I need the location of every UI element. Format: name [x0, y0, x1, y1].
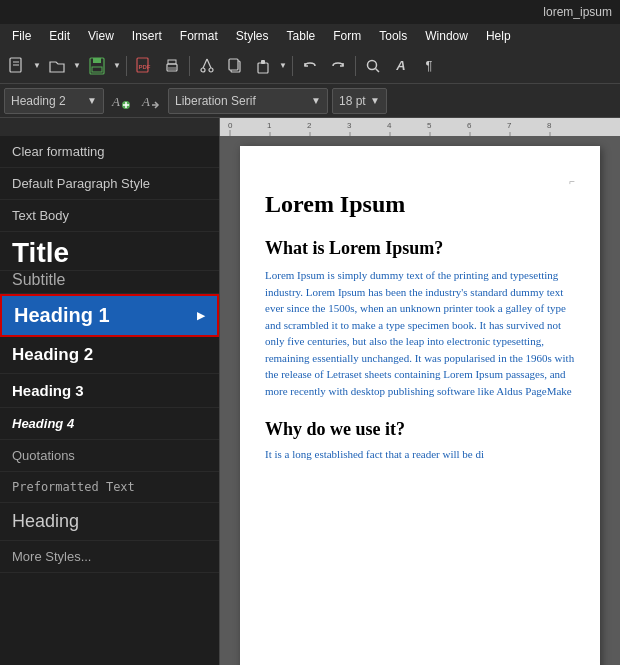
- title-bar: lorem_ipsum: [0, 0, 620, 24]
- document-area[interactable]: ⌐ Lorem Ipsum What is Lorem Ipsum? Lorem…: [220, 136, 620, 665]
- window-title: lorem_ipsum: [543, 5, 612, 19]
- undo-button[interactable]: [297, 53, 323, 79]
- svg-rect-10: [168, 67, 176, 70]
- toolbar-sep-1: [126, 56, 127, 76]
- main-toolbar: ▼ ▼ ▼ PDF ▼ A ¶: [0, 48, 620, 84]
- svg-point-11: [201, 68, 205, 72]
- document-title: Lorem Ipsum: [265, 191, 575, 218]
- cut-button[interactable]: [194, 53, 220, 79]
- style-item-more-styles[interactable]: More Styles...: [0, 541, 219, 573]
- menu-tools[interactable]: Tools: [371, 27, 415, 45]
- style-item-h3[interactable]: Heading 3: [0, 374, 219, 408]
- document-page: ⌐ Lorem Ipsum What is Lorem Ipsum? Lorem…: [240, 146, 600, 665]
- menu-window[interactable]: Window: [417, 27, 476, 45]
- style-item-subtitle[interactable]: Subtitle: [0, 271, 219, 294]
- svg-rect-17: [258, 63, 268, 73]
- style-selector[interactable]: Heading 2 ▼: [4, 88, 104, 114]
- page-break-marker: ⌐: [265, 176, 575, 187]
- ruler-left-space: [0, 118, 220, 136]
- svg-text:4: 4: [387, 121, 392, 130]
- toolbar-sep-3: [292, 56, 293, 76]
- open-dropdown-button[interactable]: ▼: [72, 53, 82, 79]
- svg-text:7: 7: [507, 121, 512, 130]
- svg-point-19: [368, 60, 377, 69]
- menu-styles[interactable]: Styles: [228, 27, 277, 45]
- new-dropdown-button[interactable]: ▼: [32, 53, 42, 79]
- svg-rect-5: [92, 67, 102, 72]
- section1-heading: What is Lorem Ipsum?: [265, 238, 575, 259]
- ruler-row: 0 1 2 3 4 5 6 7 8: [0, 118, 620, 136]
- style-label: Heading 2: [11, 94, 66, 108]
- svg-text:A: A: [141, 94, 150, 109]
- open-button[interactable]: [44, 53, 70, 79]
- menu-form[interactable]: Form: [325, 27, 369, 45]
- svg-text:8: 8: [547, 121, 552, 130]
- paste-dropdown-button[interactable]: ▼: [278, 53, 288, 79]
- svg-text:PDF: PDF: [139, 64, 151, 70]
- ruler: 0 1 2 3 4 5 6 7 8: [220, 118, 620, 136]
- h1-expand-icon[interactable]: ▶: [197, 310, 205, 321]
- menu-format[interactable]: Format: [172, 27, 226, 45]
- section2-paragraph: It is a long established fact that a rea…: [265, 446, 575, 463]
- menu-file[interactable]: File: [4, 27, 39, 45]
- paste-button[interactable]: [250, 53, 276, 79]
- svg-line-20: [376, 68, 380, 72]
- find-button[interactable]: [360, 53, 386, 79]
- section2-heading: Why do we use it?: [265, 419, 575, 440]
- save-button[interactable]: [84, 53, 110, 79]
- para-marks-button[interactable]: ¶: [416, 53, 442, 79]
- style-item-h1[interactable]: Heading 1 ▶: [0, 294, 219, 337]
- svg-rect-4: [93, 58, 101, 63]
- svg-text:2: 2: [307, 121, 312, 130]
- svg-text:A: A: [111, 94, 120, 109]
- toolbar-sep-4: [355, 56, 356, 76]
- style-item-h4[interactable]: Heading 4: [0, 408, 219, 440]
- section1-paragraph: Lorem Ipsum is simply dummy text of the …: [265, 267, 575, 399]
- style-item-text-body[interactable]: Text Body: [0, 200, 219, 232]
- style-item-preformatted[interactable]: Preformatted Text: [0, 472, 219, 503]
- menu-table[interactable]: Table: [279, 27, 324, 45]
- svg-text:5: 5: [427, 121, 432, 130]
- format-toolbar: Heading 2 ▼ A A Liberation Serif ▼ 18 pt…: [0, 84, 620, 118]
- style-item-clear-formatting[interactable]: Clear formatting: [0, 136, 219, 168]
- style-item-title[interactable]: Title: [0, 232, 219, 271]
- style-chevron-icon: ▼: [87, 95, 97, 106]
- save-dropdown-button[interactable]: ▼: [112, 53, 122, 79]
- new-style-button[interactable]: A: [108, 88, 134, 114]
- svg-text:3: 3: [347, 121, 352, 130]
- svg-rect-16: [229, 59, 238, 70]
- style-item-h2[interactable]: Heading 2: [0, 337, 219, 374]
- menu-edit[interactable]: Edit: [41, 27, 78, 45]
- svg-text:1: 1: [267, 121, 272, 130]
- main-area: Clear formatting Default Paragraph Style…: [0, 136, 620, 665]
- size-chevron-icon: ▼: [370, 95, 380, 106]
- print-button[interactable]: [159, 53, 185, 79]
- svg-line-14: [207, 59, 211, 68]
- menu-insert[interactable]: Insert: [124, 27, 170, 45]
- font-size-selector[interactable]: 18 pt ▼: [332, 88, 387, 114]
- style-item-heading[interactable]: Heading: [0, 503, 219, 541]
- svg-line-13: [203, 59, 207, 68]
- copy-button[interactable]: [222, 53, 248, 79]
- svg-text:6: 6: [467, 121, 472, 130]
- menu-help[interactable]: Help: [478, 27, 519, 45]
- svg-text:0: 0: [228, 121, 233, 130]
- svg-rect-26: [220, 118, 620, 136]
- char-map-button[interactable]: A: [388, 53, 414, 79]
- redo-button[interactable]: [325, 53, 351, 79]
- style-item-quotations[interactable]: Quotations: [0, 440, 219, 472]
- toolbar-sep-2: [189, 56, 190, 76]
- export-pdf-button[interactable]: PDF: [131, 53, 157, 79]
- new-button[interactable]: [4, 53, 30, 79]
- menu-view[interactable]: View: [80, 27, 122, 45]
- size-label: 18 pt: [339, 94, 366, 108]
- menu-bar: File Edit View Insert Format Styles Tabl…: [0, 24, 620, 48]
- svg-point-12: [209, 68, 213, 72]
- style-dropdown-panel: Clear formatting Default Paragraph Style…: [0, 136, 220, 665]
- style-item-default-paragraph[interactable]: Default Paragraph Style: [0, 168, 219, 200]
- svg-rect-18: [261, 60, 265, 64]
- font-label: Liberation Serif: [175, 94, 256, 108]
- update-style-button[interactable]: A: [138, 88, 164, 114]
- font-chevron-icon: ▼: [311, 95, 321, 106]
- font-selector[interactable]: Liberation Serif ▼: [168, 88, 328, 114]
